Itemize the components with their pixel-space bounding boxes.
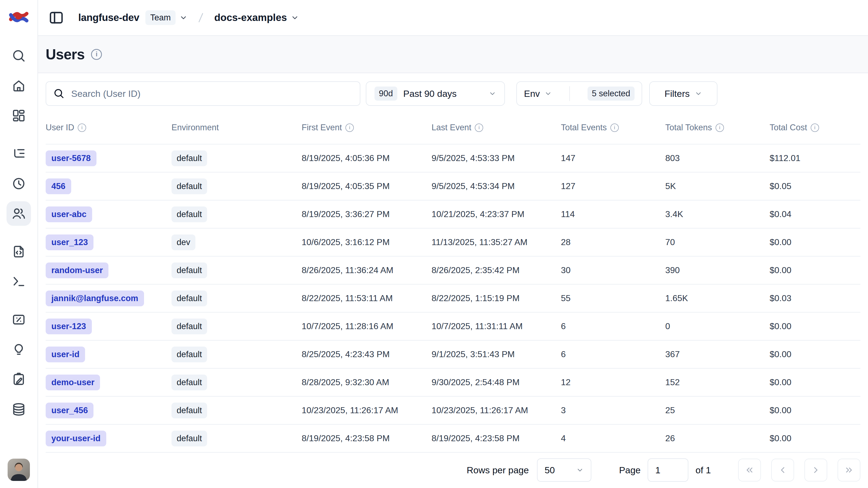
table-row[interactable]: your-user-id default 8/19/2025, 4:23:58 … [45,425,860,453]
total-events-cell: 30 [561,265,665,275]
sidebar-item-annotation[interactable] [6,367,31,392]
sidebar-item-tracing[interactable] [6,141,31,166]
table-row[interactable]: demo-user default 8/28/2025, 9:32:30 AM … [45,369,860,397]
column-header-first-event[interactable]: First Eventi [302,123,432,133]
user-id-link[interactable]: your-user-id [45,431,106,447]
env-filter-label: Env [524,88,540,99]
total-cost-cell: $0.04 [770,209,860,219]
total-tokens-cell: 70 [665,237,770,247]
sidebar-item-sessions[interactable] [6,171,31,196]
info-icon[interactable]: i [716,123,724,132]
search-box[interactable] [45,81,360,106]
project-switcher-button[interactable] [291,13,299,22]
breadcrumb-org-name[interactable]: langfuse-dev [78,12,140,23]
breadcrumb-project-name[interactable]: docs-examples [214,12,287,23]
column-header-environment[interactable]: Environment [172,123,302,133]
total-events-cell: 6 [561,321,665,331]
sidebar [0,0,38,488]
table-row[interactable]: user_456 default 10/23/2025, 11:26:17 AM… [45,397,860,425]
last-event-cell: 9/1/2025, 3:51:43 PM [432,349,561,359]
total-cost-cell: $0.00 [770,405,860,415]
next-page-button[interactable] [804,459,827,482]
pagination-controls [738,459,860,482]
table-row[interactable]: user-id default 8/25/2025, 4:23:43 PM 9/… [45,341,860,369]
user-id-link[interactable]: demo-user [45,375,100,390]
table-row[interactable]: random-user default 8/26/2025, 11:36:24 … [45,257,860,285]
info-icon[interactable]: i [610,123,619,132]
column-header-total-events[interactable]: Total Eventsi [561,123,665,133]
environment-badge: default [172,290,207,306]
user-id-link[interactable]: user_123 [45,234,93,250]
first-event-cell: 8/19/2025, 4:23:58 PM [302,433,432,443]
info-icon[interactable]: i [345,123,354,132]
panel-left-icon [49,10,64,26]
total-cost-cell: $0.00 [770,349,860,359]
datasets-database-icon [11,402,26,417]
info-icon[interactable]: i [475,123,483,132]
column-header-user-id[interactable]: User IDi [45,123,172,133]
user-id-link[interactable]: user-id [45,347,85,362]
page-number-input[interactable] [648,458,688,482]
sidebar-item-home[interactable] [6,74,31,98]
sidebar-item-users[interactable] [6,201,31,226]
last-page-button[interactable] [838,459,860,482]
info-icon[interactable]: i [811,123,819,132]
total-tokens-cell: 390 [665,265,770,275]
user-id-link[interactable]: user_456 [45,403,93,419]
sidebar-toggle-button[interactable] [49,10,64,26]
user-id-link[interactable]: user-5678 [45,150,96,166]
user-id-link[interactable]: jannik@langfuse.com [45,290,144,306]
home-icon [11,78,26,93]
total-events-cell: 4 [561,433,665,443]
column-header-total-cost[interactable]: Total Costi [770,123,860,133]
chevron-down-icon [544,90,552,97]
page-count-label: of 1 [695,465,711,476]
page-title: Users [45,46,85,63]
date-range-label: Past 90 days [403,88,457,99]
user-id-link[interactable]: 456 [45,178,71,194]
sidebar-item-search[interactable] [6,44,31,68]
column-header-last-event[interactable]: Last Eventi [432,123,561,133]
sidebar-item-evaluation[interactable] [6,337,31,362]
user-id-link[interactable]: user-123 [45,319,92,334]
sidebar-item-datasets[interactable] [6,397,31,422]
sidebar-item-prompts[interactable] [6,239,31,264]
last-event-cell: 10/7/2025, 11:31:11 AM [432,321,561,331]
column-header-total-tokens[interactable]: Total Tokensi [665,123,770,133]
search-input[interactable] [71,88,353,99]
total-events-cell: 6 [561,349,665,359]
last-event-cell: 8/22/2025, 1:15:19 PM [432,293,561,303]
sidebar-item-scores[interactable] [6,307,31,332]
user-avatar[interactable] [8,459,30,481]
table-row[interactable]: user-abc default 8/19/2025, 3:36:27 PM 1… [45,200,860,229]
total-events-cell: 147 [561,153,665,163]
table-row[interactable]: user-5678 default 8/19/2025, 4:05:36 PM … [45,144,860,172]
date-range-button[interactable]: 90d Past 90 days [366,81,505,106]
table-row[interactable]: 456 default 8/19/2025, 4:05:35 PM 9/5/20… [45,172,860,200]
total-cost-cell: $0.00 [770,377,860,387]
environment-badge: default [172,150,207,166]
first-page-button[interactable] [738,459,761,482]
environment-filter-button[interactable]: Env 5 selected [516,81,642,106]
search-icon [11,49,26,63]
org-switcher-button[interactable] [179,13,187,22]
chevron-down-icon [694,90,702,97]
total-events-cell: 12 [561,377,665,387]
page-title-info-icon[interactable]: i [91,49,102,60]
last-event-cell: 9/5/2025, 4:53:34 PM [432,181,561,191]
previous-page-button[interactable] [771,459,794,482]
total-events-cell: 3 [561,405,665,415]
info-icon[interactable]: i [78,123,86,132]
user-id-link[interactable]: user-abc [45,206,92,222]
table-row[interactable]: user-123 default 10/7/2025, 11:28:16 AM … [45,313,860,341]
rows-per-page-select[interactable]: 50 [537,458,591,482]
filters-button[interactable]: Filters [649,81,717,106]
langfuse-logo[interactable] [8,6,29,28]
table-row[interactable]: jannik@langfuse.com default 8/22/2025, 1… [45,285,860,313]
sidebar-item-dashboards[interactable] [6,103,31,128]
toolbar: 90d Past 90 days Env 5 selected Filters [38,73,868,106]
user-id-link[interactable]: random-user [45,262,108,278]
sidebar-item-playground[interactable] [6,269,31,294]
divider [569,86,570,101]
table-row[interactable]: user_123 dev 10/6/2025, 3:16:12 PM 11/13… [45,229,860,257]
